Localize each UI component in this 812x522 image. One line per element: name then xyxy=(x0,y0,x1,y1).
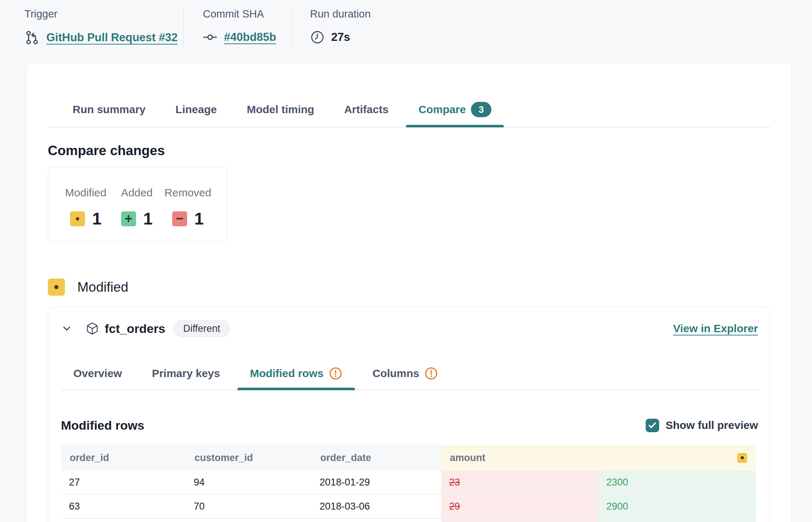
model-cube-icon xyxy=(86,322,99,335)
warning-icon xyxy=(424,366,438,380)
model-status-badge: Different xyxy=(173,320,230,337)
modified-rows-header: Modified rows Show full preview xyxy=(61,417,758,434)
added-label: Added xyxy=(121,186,153,199)
modified-label: Modified xyxy=(65,186,106,199)
cell-order-date: 2018-03-06 xyxy=(312,495,441,519)
table-row-partial xyxy=(61,519,756,522)
cell-order-id: 63 xyxy=(61,495,186,519)
model-name: fct_orders xyxy=(105,322,165,336)
modified-rows-title: Modified rows xyxy=(61,417,144,434)
view-in-explorer-link[interactable]: View in Explorer xyxy=(673,322,758,335)
table-header-row: order_id customer_id order_date amount xyxy=(61,445,756,471)
commit-sha-link[interactable]: #40bd85b xyxy=(224,31,276,44)
modified-rows-table: order_id customer_id order_date amount 2… xyxy=(61,445,756,522)
trigger-link[interactable]: GitHub Pull Request #32 xyxy=(46,31,178,44)
table-row: 63 70 2018-03-06 29 2900 xyxy=(61,495,756,519)
summary-removed: Removed − 1 xyxy=(162,186,213,242)
modified-icon xyxy=(70,211,85,226)
tab-primary-keys[interactable]: Primary keys xyxy=(139,366,232,389)
commit-icon xyxy=(203,30,217,45)
stat-commit-sha: Commit SHA #40bd85b xyxy=(184,7,291,58)
cell-amount-new: 2300 xyxy=(598,471,756,495)
main-tabs: Run summary Lineage Model timing Artifac… xyxy=(48,102,770,127)
model-tabs: Overview Primary keys Modified rows Colu… xyxy=(61,362,758,390)
column-header-amount: amount xyxy=(441,445,756,471)
pull-request-icon xyxy=(24,30,40,45)
cell-order-id: 27 xyxy=(61,471,186,495)
run-detail-card: Run summary Lineage Model timing Artifac… xyxy=(26,63,792,522)
chevron-down-icon[interactable] xyxy=(61,323,73,334)
cell-customer-id: 94 xyxy=(186,471,312,495)
model-header-row: fct_orders Different View in Explorer xyxy=(61,320,758,337)
cell-customer-id: 70 xyxy=(186,495,312,519)
show-full-preview-label: Show full preview xyxy=(666,419,758,431)
stat-trigger: Trigger GitHub Pull Request #32 xyxy=(24,7,183,58)
run-duration-label: Run duration xyxy=(310,7,371,20)
commit-sha-label: Commit SHA xyxy=(203,7,291,20)
compare-changes-title: Compare changes xyxy=(48,142,770,160)
tab-overview[interactable]: Overview xyxy=(61,366,134,389)
warning-icon xyxy=(329,366,343,380)
show-full-preview-toggle[interactable]: Show full preview xyxy=(646,419,758,432)
modified-group-heading: Modified xyxy=(48,279,770,296)
cell-amount-new: 2900 xyxy=(598,495,756,519)
removed-label: Removed xyxy=(165,186,211,199)
tab-compare[interactable]: Compare 3 xyxy=(406,102,504,127)
column-header-customer-id: customer_id xyxy=(186,445,312,471)
cell-amount-old: 23 xyxy=(441,471,598,495)
removed-icon: − xyxy=(172,211,187,226)
trigger-label: Trigger xyxy=(24,7,183,20)
compare-summary-card: Modified 1 Added + 1 Removed − 1 xyxy=(48,167,227,242)
cell-order-date: 2018-01-29 xyxy=(312,471,441,495)
column-header-order-id: order_id xyxy=(61,445,186,471)
modified-column-icon xyxy=(737,453,747,463)
run-duration-value: 27s xyxy=(331,31,350,44)
modified-group-title: Modified xyxy=(77,280,128,295)
tab-run-summary[interactable]: Run summary xyxy=(60,102,158,127)
tab-columns[interactable]: Columns xyxy=(360,366,451,389)
added-icon: + xyxy=(121,211,136,226)
summary-modified: Modified 1 xyxy=(60,186,111,242)
cell-amount-old: 29 xyxy=(441,495,598,519)
modified-count: 1 xyxy=(92,209,102,229)
page: Trigger GitHub Pull Request #32 Commit S… xyxy=(0,0,812,522)
stat-run-duration: Run duration 27s xyxy=(292,7,371,58)
tab-lineage[interactable]: Lineage xyxy=(163,102,229,127)
run-header: Trigger GitHub Pull Request #32 Commit S… xyxy=(0,0,812,58)
checkbox-checked-icon xyxy=(646,419,659,432)
added-count: 1 xyxy=(143,209,153,229)
table-row: 27 94 2018-01-29 23 2300 xyxy=(61,471,756,495)
column-header-order-date: order_date xyxy=(312,445,441,471)
clock-icon xyxy=(310,30,325,45)
tab-artifacts[interactable]: Artifacts xyxy=(332,102,401,127)
summary-added: Added + 1 xyxy=(111,186,162,242)
tab-modified-rows[interactable]: Modified rows xyxy=(237,366,355,389)
tab-model-timing[interactable]: Model timing xyxy=(234,102,326,127)
removed-count: 1 xyxy=(194,209,204,229)
model-card-fct-orders: fct_orders Different View in Explorer Ov… xyxy=(48,307,770,522)
compare-count-badge: 3 xyxy=(471,102,491,117)
modified-icon xyxy=(48,279,65,296)
